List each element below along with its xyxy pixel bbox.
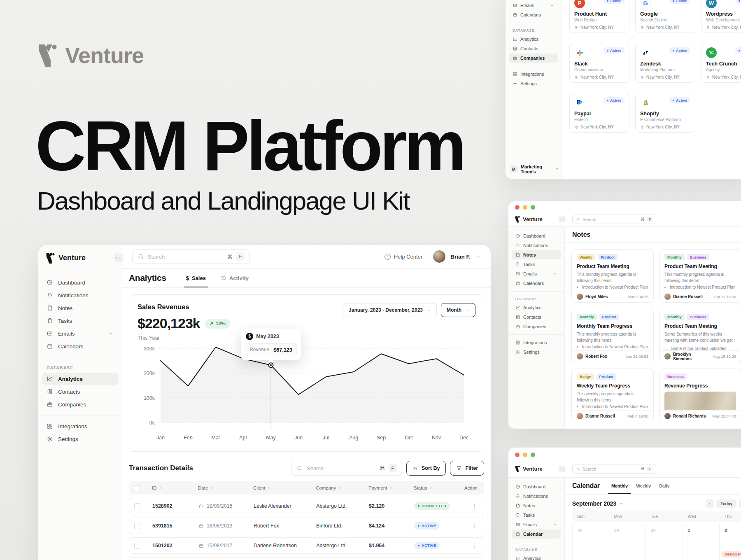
previous-month-button[interactable]: ‹: [706, 499, 714, 508]
next-month-button[interactable]: ›: [739, 499, 741, 508]
sidebar-item-calendars[interactable]: Calendars: [509, 10, 558, 19]
calendar-cell[interactable]: 30: [646, 524, 683, 560]
chevron-down-icon[interactable]: [475, 254, 481, 259]
sidebar-item-emails[interactable]: Emails: [509, 1, 558, 10]
sidebar-item-notes[interactable]: Notes: [512, 250, 561, 259]
sidebar-item-notifications[interactable]: Notifications: [512, 241, 561, 250]
maximize-icon[interactable]: [531, 453, 535, 457]
collapse-sidebar-button[interactable]: ‹ ›: [559, 466, 566, 472]
sidebar-item-contacts[interactable]: Contacts: [42, 385, 118, 398]
search-bar[interactable]: ⌘ F: [132, 249, 250, 264]
company-card[interactable]: Active Slack Communication New York City…: [569, 43, 629, 83]
table-row[interactable]: 1528902 18/09/2016 Leslie Alexander Abst…: [129, 498, 484, 514]
sidebar-item-dashboard[interactable]: Dashboard: [512, 231, 561, 240]
table-row[interactable]: 1501202 15/08/2017 Darlene Robertson Abs…: [129, 537, 484, 554]
tab-daily[interactable]: Daily: [659, 478, 669, 494]
company-card[interactable]: PActive Product Hunt Web Design New York…: [569, 0, 629, 33]
note-card[interactable]: WeeklyProduct Product Team Meeting This …: [571, 249, 654, 303]
tab-activity[interactable]: Activity: [221, 269, 249, 287]
sidebar-item-analytics[interactable]: Analytics: [512, 303, 561, 312]
select-all-checkbox[interactable]: [134, 485, 140, 491]
sidebar-item-integrations[interactable]: Integrations: [509, 70, 558, 79]
table-row[interactable]: 5391815 16/08/2013 Robert Fox Binford Lt…: [129, 518, 484, 534]
company-card[interactable]: WActive Wordpress Web Development New Yo…: [701, 0, 741, 33]
transactions-search-input[interactable]: [307, 465, 376, 471]
date-range-button[interactable]: January, 2023 - December, 2023: [343, 303, 437, 317]
sidebar-item-integrations[interactable]: Integrations: [512, 338, 561, 347]
row-checkbox[interactable]: [134, 503, 140, 509]
sidebar-item-integrations[interactable]: Integrations: [42, 420, 118, 432]
company-card[interactable]: PPActive Paypal Fintech New York City, N…: [569, 93, 629, 133]
table-row[interactable]: [129, 557, 484, 560]
sidebar-item-notifications[interactable]: Notifications: [42, 289, 118, 301]
company-card[interactable]: SActive Shopify E-Commerce Platform New …: [635, 93, 695, 133]
sidebar-item-companies[interactable]: Companies: [42, 398, 118, 411]
note-card[interactable]: MonthlyBusiness Product Team Meeting Thi…: [659, 249, 741, 303]
sidebar-item-notes[interactable]: Notes: [42, 302, 118, 314]
granularity-button[interactable]: Month: [441, 303, 475, 317]
event-chip[interactable]: Design Review: [722, 551, 741, 558]
collapse-sidebar-button[interactable]: ‹ ›: [559, 216, 566, 222]
row-actions-button[interactable]: ⋮: [471, 542, 484, 549]
note-card[interactable]: Business Revenue Progress Ronald Richard…: [659, 369, 741, 422]
note-card[interactable]: BadgeProduct Weekly Team Progress This w…: [571, 369, 654, 422]
minimize-icon[interactable]: [523, 453, 527, 457]
sidebar-item-analytics[interactable]: Analytics: [509, 35, 558, 44]
sidebar-item-tasks[interactable]: Tasks: [512, 511, 561, 520]
search-bar[interactable]: Search ⌘ F: [572, 215, 656, 224]
sidebar-item-emails[interactable]: Emails: [42, 327, 118, 340]
minimize-icon[interactable]: [523, 205, 527, 210]
sidebar-item-calendars[interactable]: Calendars: [42, 340, 118, 352]
close-icon[interactable]: [515, 205, 520, 210]
row-actions-button[interactable]: ⋮: [471, 523, 484, 529]
column-payment[interactable]: Payment: [368, 485, 414, 491]
sidebar-item-notes[interactable]: Notes: [512, 501, 561, 510]
sidebar-item-calendars[interactable]: Calendars: [512, 279, 561, 288]
tab-weekly[interactable]: Weekly: [636, 478, 651, 494]
window-controls[interactable]: [508, 448, 741, 460]
search-input[interactable]: [148, 254, 224, 260]
column-status[interactable]: Status: [414, 485, 460, 491]
sidebar-item-contacts[interactable]: Contacts: [509, 44, 558, 53]
column-id[interactable]: ID: [152, 485, 198, 491]
close-icon[interactable]: [515, 453, 520, 457]
search-bar[interactable]: Search ⌘ F: [572, 464, 656, 474]
sidebar-item-dashboard[interactable]: Dashboard: [42, 276, 118, 289]
sidebar-item-settings[interactable]: Settings: [512, 348, 561, 357]
user-avatar[interactable]: [433, 250, 445, 263]
sidebar-item-dashboard[interactable]: Dashboard: [512, 482, 561, 491]
sidebar-item-notifications[interactable]: Notifications: [512, 492, 561, 501]
sidebar-item-calendar[interactable]: Calendar: [512, 530, 561, 539]
workspace-switcher[interactable]: M Marketing Team's: [510, 164, 559, 174]
sidebar-item-emails[interactable]: Emails: [512, 520, 561, 529]
column-client[interactable]: Client: [253, 485, 316, 491]
sidebar-item-emails[interactable]: Emails: [512, 269, 561, 278]
note-card[interactable]: MonthlyBusiness Product Team Meeting Som…: [659, 309, 741, 362]
sidebar-item-companies[interactable]: Companies: [509, 54, 558, 63]
sidebar-item-analytics[interactable]: Analytics: [42, 373, 118, 385]
sidebar-item-settings[interactable]: Settings: [42, 433, 118, 445]
calendar-cell[interactable]: 28: [572, 524, 609, 560]
maximize-icon[interactable]: [531, 205, 535, 210]
sidebar-item-contacts[interactable]: Contacts: [512, 313, 561, 322]
calendar-cell[interactable]: 1: [683, 524, 720, 560]
note-card[interactable]: MonthlyProduct Monthly Team Progress Thi…: [571, 309, 654, 362]
company-card[interactable]: GActive Google Search Engine New York Ci…: [635, 0, 695, 33]
calendar-cell[interactable]: 29: [609, 524, 646, 560]
sort-by-button[interactable]: Sort By: [406, 461, 446, 476]
row-actions-button[interactable]: ⋮: [471, 503, 484, 509]
month-selector[interactable]: September 2023: [572, 500, 623, 507]
window-controls[interactable]: [508, 201, 741, 212]
company-card[interactable]: Active Zendesk Marketing Platform New Yo…: [635, 43, 695, 83]
sidebar-item-settings[interactable]: Settings: [509, 79, 558, 88]
row-checkbox[interactable]: [134, 543, 140, 549]
today-button[interactable]: Today: [716, 499, 736, 508]
sidebar-item-tasks[interactable]: Tasks: [42, 315, 118, 327]
collapse-sidebar-button[interactable]: ‹ ›: [114, 253, 124, 262]
sidebar-item-companies[interactable]: Companies: [512, 322, 561, 331]
sidebar-item-tasks[interactable]: Tasks: [512, 260, 561, 269]
column-company[interactable]: Company: [316, 485, 368, 491]
row-checkbox[interactable]: [134, 523, 140, 529]
calendar-cell[interactable]: 2Design Review: [720, 524, 741, 560]
filter-button[interactable]: Filter: [450, 461, 484, 476]
